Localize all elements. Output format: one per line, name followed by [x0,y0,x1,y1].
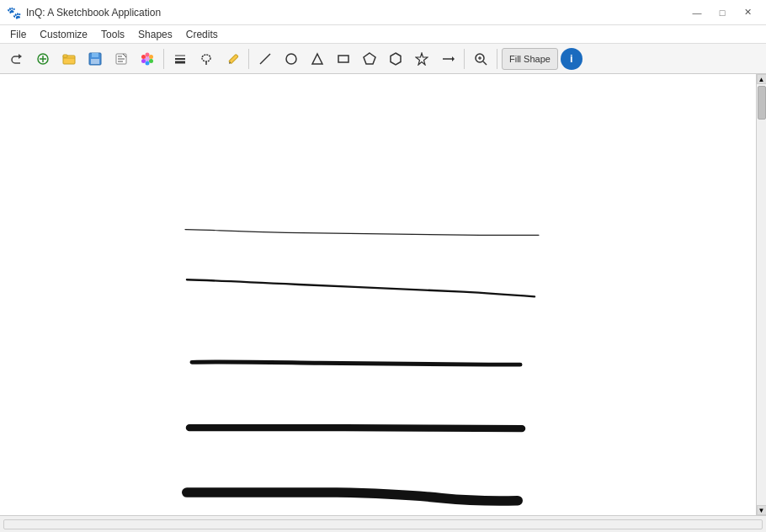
svg-point-15 [149,55,153,59]
add-icon [36,52,50,66]
svg-point-18 [141,59,146,63]
svg-line-26 [260,54,270,64]
svg-point-27 [286,54,296,64]
lasso-button[interactable] [194,47,218,71]
triangle-tool-button[interactable] [306,47,329,71]
menu-credits[interactable]: Credits [179,25,225,44]
title-left: 🐾 InQ: A Sketchbook Application [7,6,161,19]
zoom-icon [474,52,487,66]
line-tool-icon [258,52,272,66]
menu-bar: File Customize Tools Shapes Credits [0,25,766,44]
star-tool-icon [415,52,428,66]
colors-icon [141,52,154,66]
lasso-icon [199,52,213,66]
title-controls: — □ ✕ [685,4,759,21]
pentagon-tool-icon [363,52,376,66]
svg-marker-28 [312,54,322,64]
minimize-button[interactable]: — [685,4,709,21]
scroll-up-arrow[interactable]: ▲ [757,74,767,84]
separator-3 [464,49,465,69]
info-button[interactable]: i [561,48,582,70]
star-tool-button[interactable] [410,47,434,71]
zoom-button[interactable] [469,47,492,71]
svg-rect-8 [91,59,99,64]
edit-icon [114,52,128,66]
pencil-icon [226,52,239,66]
separator-4 [497,49,497,69]
bottom-bar [0,515,766,532]
horizontal-scrollbar[interactable] [3,519,763,529]
svg-point-19 [141,55,146,59]
arrow-tool-button[interactable] [436,47,460,71]
main-canvas[interactable] [0,74,756,515]
pentagon-tool-button[interactable] [358,47,381,71]
svg-marker-31 [391,53,401,65]
canvas-area: ▲ ▼ [0,74,766,515]
svg-marker-0 [19,54,22,59]
svg-marker-30 [364,53,375,64]
svg-marker-32 [416,53,428,65]
save-button[interactable] [83,47,107,71]
separator-1 [163,49,164,69]
separator-2 [248,49,249,69]
menu-customize[interactable]: Customize [33,25,94,44]
maximize-button[interactable]: □ [710,4,734,21]
toolbar: Fill Shape i [0,44,766,74]
pencil-button[interactable] [221,47,244,71]
redo-icon [10,52,24,66]
title-bar: 🐾 InQ: A Sketchbook Application — □ ✕ [0,0,766,25]
rect-tool-icon [337,52,350,66]
svg-rect-5 [63,55,67,57]
arrow-tool-icon [441,52,455,66]
circle-tool-button[interactable] [279,47,303,71]
drawing-strokes [0,74,756,515]
svg-rect-7 [92,53,98,57]
lines-icon [173,52,187,66]
lines-button[interactable] [168,47,192,71]
hexagon-tool-icon [389,52,402,66]
svg-point-16 [149,59,153,63]
svg-point-14 [146,52,150,56]
svg-point-17 [146,61,150,65]
close-button[interactable]: ✕ [736,4,759,21]
menu-shapes[interactable]: Shapes [131,25,179,44]
scroll-thumb[interactable] [758,86,766,120]
edit-button[interactable] [109,47,133,71]
add-button[interactable] [31,47,55,71]
title-text: InQ: A Sketchbook Application [26,7,161,19]
scrollbar-right[interactable]: ▲ ▼ [756,74,766,515]
fill-shape-button[interactable]: Fill Shape [502,48,558,70]
hexagon-tool-button[interactable] [384,47,407,71]
scroll-down-arrow[interactable]: ▼ [757,505,767,515]
svg-point-23 [202,55,210,61]
triangle-tool-icon [311,52,324,66]
svg-marker-34 [452,56,455,61]
circle-tool-icon [285,52,298,66]
svg-rect-29 [338,56,348,62]
save-icon [88,52,102,66]
line-tool-button[interactable] [253,47,277,71]
svg-line-36 [483,61,487,65]
open-button[interactable] [57,47,81,71]
app-icon: 🐾 [7,6,21,19]
rect-tool-button[interactable] [332,47,355,71]
redo-button[interactable] [5,47,29,71]
menu-file[interactable]: File [3,25,33,44]
open-icon [62,52,76,66]
menu-tools[interactable]: Tools [94,25,131,44]
colors-button[interactable] [136,47,159,71]
